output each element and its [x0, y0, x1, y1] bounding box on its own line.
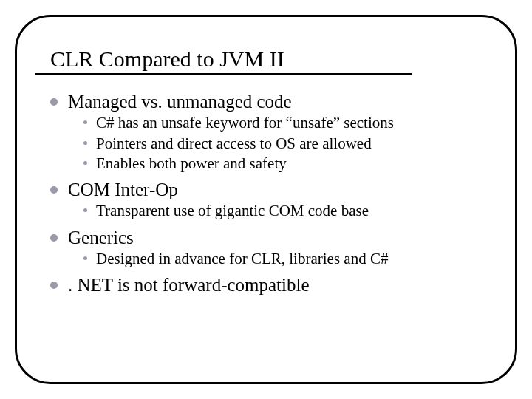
bullet-icon — [83, 256, 87, 260]
title-underline — [35, 73, 412, 75]
bullet-text: Enables both power and safety — [96, 154, 287, 174]
bullet-icon — [50, 186, 58, 194]
list-item: COM Inter-Op — [50, 178, 500, 201]
bullet-icon — [83, 120, 87, 124]
bullet-text: . NET is not forward-compatible — [68, 273, 310, 296]
list-item: Managed vs. unmanaged code — [50, 90, 500, 113]
bullet-text: C# has an unsafe keyword for “unsafe” se… — [96, 113, 394, 133]
list-item: Pointers and direct access to OS are all… — [83, 134, 500, 154]
list-item: . NET is not forward-compatible — [50, 273, 500, 296]
list-item: Generics — [50, 226, 500, 249]
bullet-text: Transparent use of gigantic COM code bas… — [96, 201, 369, 221]
bullet-icon — [50, 282, 58, 289]
bullet-list: Managed vs. unmanaged code C# has an uns… — [50, 90, 500, 296]
bullet-icon — [83, 161, 87, 165]
sub-list: C# has an unsafe keyword for “unsafe” se… — [83, 113, 500, 174]
bullet-text: COM Inter-Op — [68, 178, 178, 201]
bullet-icon — [50, 234, 58, 242]
bullet-text: Pointers and direct access to OS are all… — [96, 134, 372, 154]
bullet-icon — [50, 98, 58, 106]
list-item: Transparent use of gigantic COM code bas… — [83, 201, 500, 221]
list-item: Designed in advance for CLR, libraries a… — [83, 249, 500, 269]
bullet-icon — [83, 141, 87, 145]
bullet-text: Managed vs. unmanaged code — [68, 90, 292, 113]
list-item: Enables both power and safety — [83, 154, 500, 174]
slide-title: CLR Compared to JVM II — [50, 47, 500, 72]
list-item: C# has an unsafe keyword for “unsafe” se… — [83, 113, 500, 133]
bullet-text: Designed in advance for CLR, libraries a… — [96, 249, 388, 269]
bullet-icon — [83, 208, 87, 212]
slide-frame: CLR Compared to JVM II Managed vs. unman… — [15, 15, 517, 384]
bullet-text: Generics — [68, 226, 134, 249]
sub-list: Transparent use of gigantic COM code bas… — [83, 201, 500, 221]
sub-list: Designed in advance for CLR, libraries a… — [83, 249, 500, 269]
